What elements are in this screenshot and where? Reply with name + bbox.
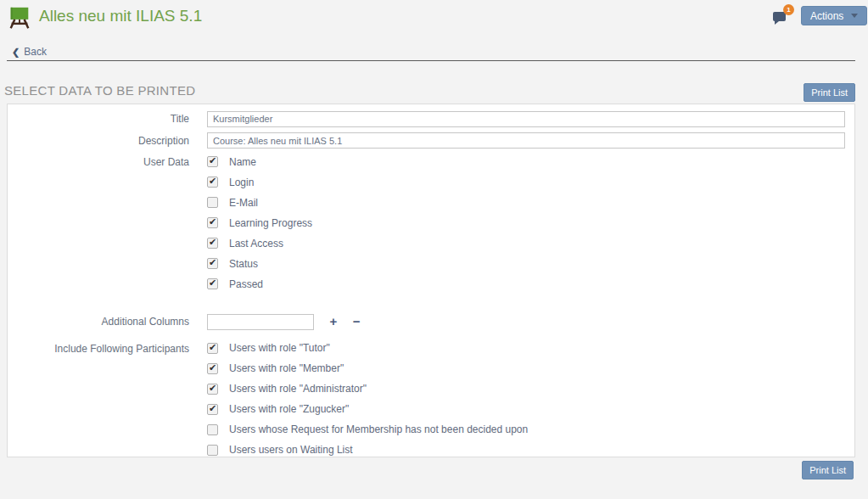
checkbox[interactable] [207, 197, 218, 208]
participant-option: Users with role "Tutor" [207, 343, 845, 354]
user-data-option: Status [207, 258, 845, 269]
print-list-button-top[interactable]: Print List [804, 83, 855, 102]
title-label: Title [8, 110, 207, 127]
user-data-label: User Data [8, 154, 207, 299]
checkbox[interactable] [207, 217, 218, 228]
back-chevron-icon: ❮ [12, 47, 20, 58]
additional-columns-row: Additional Columns + − [8, 313, 854, 330]
participant-option: Users whose Request for Membership has n… [207, 424, 845, 435]
actions-button[interactable]: Actions [801, 6, 867, 25]
checkbox[interactable] [207, 177, 218, 188]
page: Alles neu mit ILIAS 5.1 1 Actions ❮ Back… [0, 0, 868, 499]
checkbox[interactable] [207, 278, 218, 289]
checkbox-label: Users with role "Zugucker" [229, 403, 349, 415]
additional-columns-label: Additional Columns [8, 313, 207, 330]
checkbox[interactable] [207, 424, 218, 435]
chevron-down-icon [851, 14, 858, 18]
user-data-row: User Data Name Login E-Mail [8, 154, 854, 299]
actions-button-label: Actions [810, 10, 843, 22]
checkbox-label: Users whose Request for Membership has n… [229, 423, 528, 435]
participants-options: Users with role "Tutor" Users with role … [207, 343, 845, 465]
additional-columns-input[interactable] [207, 314, 314, 330]
checkbox[interactable] [207, 156, 218, 167]
notification-area[interactable]: 1 [773, 12, 786, 21]
section-title: SELECT DATA TO BE PRINTED [4, 83, 195, 98]
checkbox[interactable] [207, 238, 218, 249]
page-title: Alles neu mit ILIAS 5.1 [39, 7, 202, 25]
notification-badge: 1 [783, 4, 794, 15]
user-data-option: E-Mail [207, 197, 845, 208]
checkbox-label: Users with role "Member" [229, 362, 344, 374]
checkbox[interactable] [207, 384, 218, 395]
participants-label: Include Following Participants [8, 340, 207, 465]
description-input[interactable] [207, 132, 845, 149]
checkbox-label: Users with role "Administrator" [229, 383, 367, 395]
user-data-option: Learning Progress [207, 217, 845, 228]
checkbox[interactable] [207, 258, 218, 269]
remove-icon[interactable]: − [353, 313, 361, 329]
add-icon[interactable]: + [329, 313, 337, 329]
back-link[interactable]: ❮ Back [12, 46, 47, 58]
back-link-label: Back [24, 46, 47, 58]
checkbox-label: Name [229, 156, 256, 168]
checkbox-label: E-Mail [229, 197, 258, 209]
course-icon [7, 5, 32, 31]
participant-option: Users with role "Member" [207, 363, 845, 374]
checkbox-label: Users users on Waiting List [229, 444, 353, 456]
user-data-option: Passed [207, 278, 845, 289]
checkbox[interactable] [207, 363, 218, 374]
checkbox-label: Users with role "Tutor" [229, 342, 330, 354]
checkbox[interactable] [207, 343, 218, 354]
section-header: SELECT DATA TO BE PRINTED Print List [4, 83, 855, 102]
description-label: Description [8, 132, 207, 149]
checkbox-label: Last Access [229, 238, 283, 250]
participant-option: Users with role "Zugucker" [207, 404, 845, 415]
title-row: Title [8, 110, 854, 127]
user-data-option: Name [207, 156, 845, 167]
checkbox[interactable] [207, 445, 218, 456]
checkbox-label: Status [229, 258, 258, 270]
user-data-option: Last Access [207, 238, 845, 249]
checkbox-label: Login [229, 177, 254, 188]
checkbox-label: Learning Progress [229, 217, 312, 229]
user-data-options: Name Login E-Mail Learning Progr [207, 156, 845, 299]
form-panel: Title Description User Data Name [7, 104, 855, 457]
description-row: Description [8, 132, 854, 149]
participant-option: Users with role "Administrator" [207, 384, 845, 395]
participants-row: Include Following Participants Users wit… [8, 340, 854, 465]
title-input[interactable] [207, 111, 845, 127]
print-list-button-bottom[interactable]: Print List [802, 461, 854, 479]
checkbox[interactable] [207, 404, 218, 415]
participant-option: Users users on Waiting List [207, 445, 845, 456]
checkbox-label: Passed [229, 278, 263, 290]
header-divider [7, 60, 855, 61]
user-data-option: Login [207, 177, 845, 188]
